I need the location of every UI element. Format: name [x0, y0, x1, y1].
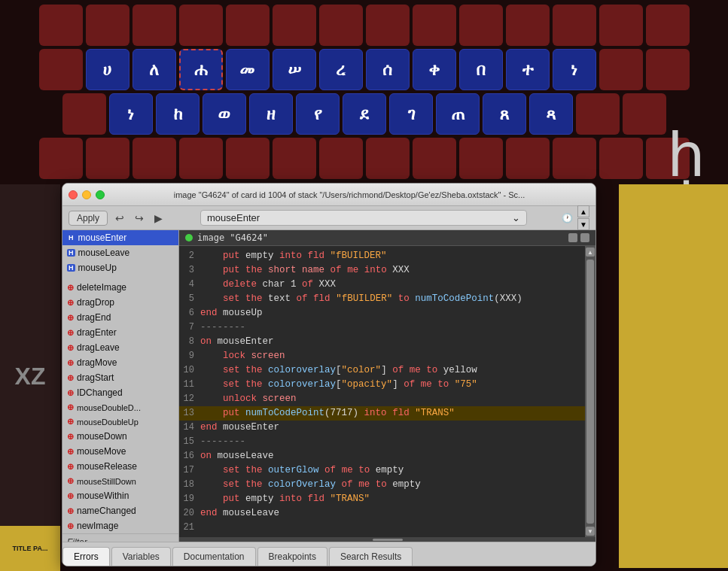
- add-icon-13: ⊕: [67, 462, 74, 472]
- handler-item-dragleave[interactable]: ⊕ dragLeave: [62, 340, 178, 355]
- handler-item-dragenter[interactable]: ⊕ dragEnter: [62, 325, 178, 340]
- key-empty-11[interactable]: [506, 5, 550, 46]
- key-ta[interactable]: ተ: [506, 49, 550, 90]
- key-empty-10[interactable]: [459, 5, 503, 46]
- handler-item-dragdrop[interactable]: ⊕ dragDrop: [62, 295, 178, 310]
- key-bottom-1[interactable]: [39, 138, 83, 179]
- code-scroll-thumb[interactable]: [586, 260, 594, 524]
- key-ba[interactable]: በ: [459, 49, 503, 90]
- key-empty-1[interactable]: [39, 5, 83, 46]
- key-empty-2[interactable]: [86, 5, 129, 46]
- redo-button[interactable]: ↪: [132, 211, 147, 226]
- undo-button[interactable]: ↩: [112, 211, 127, 226]
- key-empty-7[interactable]: [319, 5, 363, 46]
- key-ne[interactable]: ነ: [109, 93, 153, 135]
- scroll-down-button[interactable]: ▼: [577, 218, 589, 230]
- key-bottom-2[interactable]: [86, 138, 129, 179]
- key-hha[interactable]: ሐ: [179, 49, 223, 90]
- handler-item-mousemove[interactable]: ⊕ mouseMove: [62, 444, 178, 459]
- key-na[interactable]: ነ: [553, 49, 596, 90]
- handler-dropdown[interactable]: mouseEnter ⌄: [200, 210, 527, 226]
- handler-item-dragmove[interactable]: ⊕ dragMove: [62, 355, 178, 370]
- key-empty-14[interactable]: [646, 5, 690, 46]
- key-empty-9[interactable]: [413, 5, 456, 46]
- maximize-button[interactable]: [96, 190, 105, 199]
- key-bottom-12[interactable]: [553, 138, 596, 179]
- apply-button[interactable]: Apply: [69, 211, 108, 226]
- key-empty-12[interactable]: [553, 5, 596, 46]
- handler-item-mousewithin[interactable]: ⊕ mouseWithin: [62, 488, 178, 503]
- key-ya[interactable]: የ: [296, 93, 340, 135]
- code-scroll-down[interactable]: ▼: [586, 527, 595, 536]
- handler-item-mouseleave[interactable]: H mouseLeave: [62, 245, 178, 260]
- filter-area[interactable]: Filter...: [62, 533, 178, 542]
- tab-documentation[interactable]: Documentation: [172, 547, 256, 566]
- key-empty-5[interactable]: [226, 5, 270, 46]
- code-line-2: 2 put empty into fld "fBUILDER": [179, 249, 585, 263]
- key-dark-r1[interactable]: [599, 49, 643, 90]
- key-dark-left[interactable]: [39, 49, 83, 90]
- key-qa[interactable]: ቀ: [413, 49, 456, 90]
- handler-item-namechanged[interactable]: ⊕ nameChanged: [62, 503, 178, 518]
- handler-label-mousedown: mouseDown: [77, 431, 127, 442]
- scroll-top-button[interactable]: [568, 233, 577, 242]
- handler-item-deleteimage[interactable]: ⊕ deleteImage: [62, 280, 178, 295]
- tab-search-results[interactable]: Search Results: [329, 547, 413, 566]
- key-bottom-10[interactable]: [459, 138, 503, 179]
- key-ssa[interactable]: ሰ: [366, 49, 410, 90]
- key-dark-r4[interactable]: [576, 93, 620, 135]
- tab-errors[interactable]: Errors: [62, 547, 110, 566]
- key-sa[interactable]: ሠ: [273, 49, 316, 90]
- key-tta[interactable]: ጠ: [436, 93, 480, 135]
- handler-item-mousedoubled[interactable]: ⊕ mouseDoubleD...: [62, 400, 178, 415]
- key-tsa[interactable]: ጸ: [483, 93, 526, 135]
- key-ha[interactable]: ሀ: [86, 49, 129, 90]
- close-button[interactable]: [69, 190, 78, 199]
- key-tza[interactable]: ጻ: [529, 93, 573, 135]
- scroll-up-button[interactable]: ▲: [577, 205, 589, 217]
- key-empty-13[interactable]: [599, 5, 643, 46]
- handler-item-mousedown[interactable]: ⊕ mouseDown: [62, 429, 178, 444]
- handler-item-dragend[interactable]: ⊕ dragEnd: [62, 310, 178, 325]
- handler-item-dragstart[interactable]: ⊕ dragStart: [62, 370, 178, 385]
- key-bottom-8[interactable]: [366, 138, 410, 179]
- key-bottom-9[interactable]: [413, 138, 456, 179]
- handler-item-idchanged[interactable]: ⊕ IDChanged: [62, 385, 178, 400]
- tab-breakpoints[interactable]: Breakpoints: [257, 547, 327, 566]
- key-bottom-5[interactable]: [226, 138, 270, 179]
- key-bottom-4[interactable]: [179, 138, 223, 179]
- key-za[interactable]: ዘ: [249, 93, 293, 135]
- handler-item-mousedoubleup[interactable]: ⊕ mouseDoubleUp: [62, 415, 178, 429]
- minimize-button[interactable]: [82, 190, 91, 199]
- handler-item-mouseenter[interactable]: H mouseEnter: [62, 230, 178, 245]
- key-ga[interactable]: ገ: [389, 93, 433, 135]
- handler-item-mouseup[interactable]: H mouseUp: [62, 260, 178, 275]
- key-ka[interactable]: ከ: [156, 93, 200, 135]
- key-dark-r3[interactable]: [62, 93, 106, 135]
- ide-window: image "G4624" of card id 1004 of stack "…: [62, 183, 596, 566]
- key-empty-6[interactable]: [273, 5, 316, 46]
- handler-item-mousestilldown[interactable]: ⊕ mouseStillDown: [62, 474, 178, 488]
- key-ra[interactable]: ረ: [319, 49, 363, 90]
- key-dark-r5[interactable]: [623, 93, 666, 135]
- key-bottom-13[interactable]: [599, 138, 643, 179]
- key-bottom-3[interactable]: [133, 138, 176, 179]
- key-empty-8[interactable]: [366, 5, 410, 46]
- key-empty-4[interactable]: [179, 5, 223, 46]
- play-button[interactable]: ▶: [151, 211, 166, 226]
- key-dark-r2[interactable]: [646, 49, 690, 90]
- key-ma[interactable]: መ: [226, 49, 270, 90]
- key-da[interactable]: ደ: [343, 93, 386, 135]
- key-bottom-6[interactable]: [273, 138, 316, 179]
- scroll-bottom-button[interactable]: [580, 233, 589, 242]
- resize-handle[interactable]: [373, 539, 403, 541]
- handler-item-mouserelease[interactable]: ⊕ mouseRelease: [62, 459, 178, 474]
- code-scroll-up[interactable]: ▲: [586, 248, 595, 257]
- key-la[interactable]: ለ: [133, 49, 176, 90]
- key-bottom-7[interactable]: [319, 138, 363, 179]
- key-wa[interactable]: ወ: [203, 93, 246, 135]
- tab-variables[interactable]: Variables: [111, 547, 171, 566]
- handler-item-newimage[interactable]: ⊕ newImage: [62, 518, 178, 533]
- key-empty-3[interactable]: [133, 5, 176, 46]
- key-bottom-11[interactable]: [506, 138, 550, 179]
